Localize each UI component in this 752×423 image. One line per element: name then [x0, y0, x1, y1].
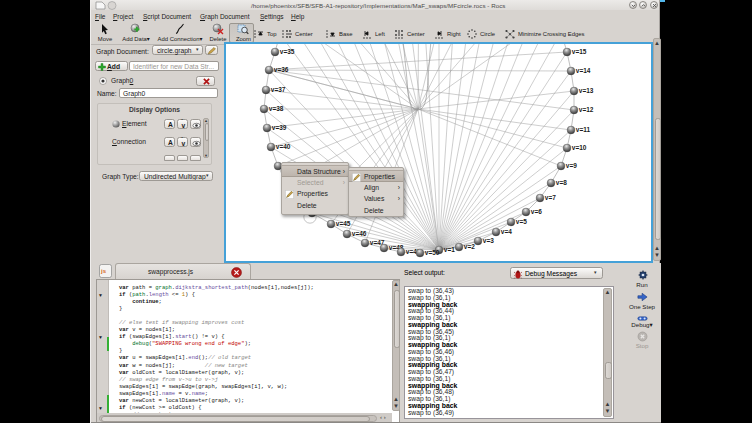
- svg-text:v=2: v=2: [464, 243, 475, 250]
- svg-text:v=38: v=38: [269, 105, 284, 112]
- svg-text:v=36: v=36: [274, 66, 289, 73]
- svg-text:v=39: v=39: [272, 124, 287, 131]
- svg-text:js: js: [100, 268, 107, 274]
- svg-text:v=7: v=7: [545, 194, 556, 201]
- svg-text:v=10: v=10: [572, 144, 587, 151]
- svg-text:v=11: v=11: [576, 126, 591, 133]
- svg-text:v=5: v=5: [516, 218, 527, 225]
- svg-text:v=37: v=37: [271, 86, 286, 93]
- svg-text:v=50: v=50: [425, 249, 440, 256]
- svg-text:v=45: v=45: [336, 220, 351, 227]
- svg-text:v=6: v=6: [531, 208, 542, 215]
- svg-text:v=13: v=13: [579, 87, 594, 94]
- svg-text:v=40: v=40: [276, 143, 291, 150]
- svg-text:v=4: v=4: [501, 228, 512, 235]
- svg-text:v=14: v=14: [576, 67, 591, 74]
- svg-text:v=1: v=1: [444, 246, 455, 253]
- svg-text:v=46: v=46: [352, 230, 367, 237]
- svg-text:v=35: v=35: [280, 48, 295, 55]
- svg-text:v=3: v=3: [483, 237, 494, 244]
- svg-text:v=15: v=15: [572, 48, 587, 55]
- svg-text:v=9: v=9: [566, 162, 577, 169]
- svg-text:v=12: v=12: [579, 106, 594, 113]
- svg-text:v=8: v=8: [556, 179, 567, 186]
